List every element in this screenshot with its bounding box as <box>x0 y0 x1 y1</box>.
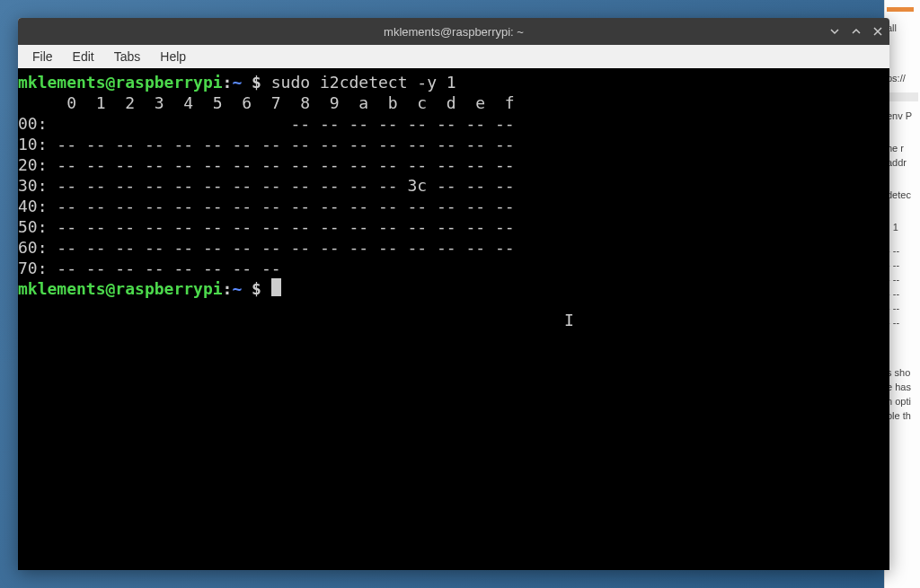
command-text: sudo i2cdetect -y 1 <box>271 73 456 92</box>
side-fragment: n opti <box>887 396 918 407</box>
prompt-path: ~ <box>232 279 242 298</box>
side-fragment: all <box>887 22 918 33</box>
side-accent-bar <box>887 7 914 12</box>
output-row: 50: -- -- -- -- -- -- -- -- -- -- -- -- … <box>18 217 515 236</box>
side-fragment: - -- <box>887 317 918 328</box>
prompt-path: ~ <box>232 73 242 92</box>
text-cursor-ibeam: I <box>564 310 566 326</box>
window-title: mklements@raspberrypi: ~ <box>384 25 524 39</box>
output-row: 40: -- -- -- -- -- -- -- -- -- -- -- -- … <box>18 197 515 215</box>
menu-tabs[interactable]: Tabs <box>105 47 150 66</box>
side-fragment: env P <box>887 110 918 121</box>
menu-help[interactable]: Help <box>151 47 195 66</box>
side-fragment: he r <box>887 143 918 154</box>
menu-file[interactable]: File <box>23 47 62 66</box>
side-fragment: addr <box>887 157 918 168</box>
output-row: 70: -- -- -- -- -- -- -- -- <box>18 259 281 277</box>
window-titlebar[interactable]: mklements@raspberrypi: ~ <box>18 18 889 45</box>
window-controls <box>828 25 884 38</box>
cursor-block <box>271 278 281 296</box>
side-fragment: ble th <box>887 410 918 421</box>
prompt-colon: : <box>223 279 233 298</box>
side-fragment: - -- <box>887 274 918 285</box>
prompt-user-host: mklements@raspberrypi <box>18 279 223 298</box>
side-fragment: ) 1 <box>887 222 918 233</box>
maximize-button[interactable] <box>850 25 862 38</box>
menu-edit[interactable]: Edit <box>64 47 103 66</box>
side-fragment: ps:// <box>887 73 918 83</box>
side-fragment: detec <box>887 189 918 200</box>
output-row: 10: -- -- -- -- -- -- -- -- -- -- -- -- … <box>18 135 515 154</box>
side-fragment: - -- <box>887 259 918 270</box>
side-fragment: s sho <box>887 367 918 378</box>
terminal-window: mklements@raspberrypi: ~ File Edit Tabs … <box>18 18 889 570</box>
prompt-dollar: $ <box>242 73 271 92</box>
output-header: 0 1 2 3 4 5 6 7 8 9 a b c d e f <box>18 93 515 112</box>
output-row: 00: -- -- -- -- -- -- -- -- <box>18 114 515 133</box>
side-fragment: - -- <box>887 245 918 256</box>
prompt-user-host: mklements@raspberrypi <box>18 73 223 92</box>
prompt-dollar: $ <box>242 279 271 298</box>
side-divider <box>887 92 918 101</box>
output-row: 20: -- -- -- -- -- -- -- -- -- -- -- -- … <box>18 155 515 174</box>
minimize-button[interactable] <box>828 25 841 38</box>
chevron-up-icon <box>852 27 861 36</box>
side-fragment: - -- <box>887 303 918 313</box>
side-fragment: - -- <box>887 288 918 299</box>
output-row: 30: -- -- -- -- -- -- -- -- -- -- -- -- … <box>18 176 515 195</box>
close-icon <box>873 27 882 36</box>
side-panel-partial: all ps:// env P he r addr detec ) 1 - --… <box>884 0 920 588</box>
prompt-colon: : <box>223 73 233 92</box>
chevron-down-icon <box>830 27 839 36</box>
close-button[interactable] <box>871 25 884 38</box>
output-row: 60: -- -- -- -- -- -- -- -- -- -- -- -- … <box>18 238 515 257</box>
side-fragment: e has <box>887 382 918 392</box>
menubar: File Edit Tabs Help <box>18 45 889 68</box>
terminal-body[interactable]: mklements@raspberrypi:~ $ sudo i2cdetect… <box>18 68 889 570</box>
